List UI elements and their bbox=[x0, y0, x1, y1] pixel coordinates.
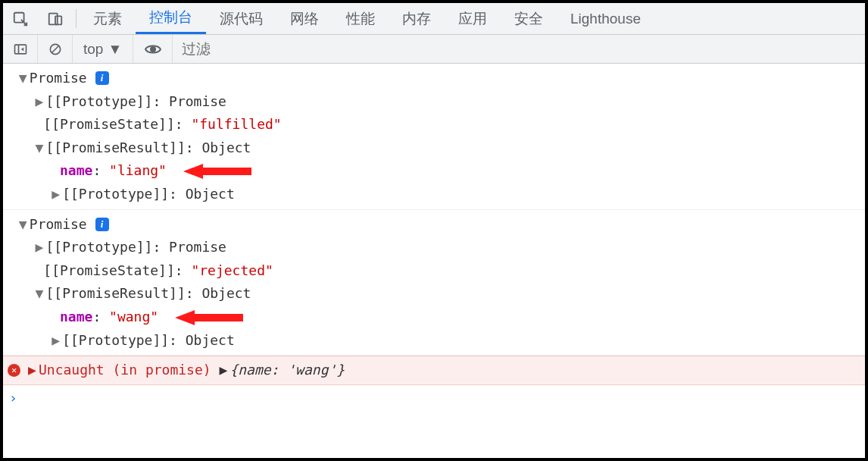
internal-slot-value: Object bbox=[186, 332, 235, 348]
device-mode-icon[interactable] bbox=[38, 3, 73, 34]
tab-security[interactable]: 安全 bbox=[501, 3, 557, 34]
expand-down-icon[interactable]: ▼ bbox=[19, 213, 30, 237]
internal-slot-label: [[Prototype]] bbox=[62, 332, 169, 348]
console-prompt[interactable]: › bbox=[3, 385, 865, 412]
svg-rect-2 bbox=[55, 16, 61, 24]
expand-down-icon[interactable]: ▼ bbox=[36, 136, 46, 160]
prompt-chevron-icon: › bbox=[9, 390, 17, 406]
svg-marker-7 bbox=[183, 164, 251, 179]
internal-slot-value: Object bbox=[186, 186, 235, 202]
internal-slot-label: [[Prototype]] bbox=[46, 239, 153, 255]
console-toolbar: top ▼ bbox=[3, 35, 865, 64]
expand-right-icon[interactable]: ▶ bbox=[52, 183, 62, 206]
tab-sources[interactable]: 源代码 bbox=[206, 3, 276, 34]
object-header: Promise bbox=[30, 70, 87, 86]
devtools-tabs: 元素 控制台 源代码 网络 性能 内存 应用 安全 Lighthouse bbox=[3, 3, 865, 35]
expand-right-icon[interactable]: ▶ bbox=[52, 329, 62, 353]
internal-slot-value: Promise bbox=[169, 239, 226, 255]
internal-slot-value: Object bbox=[201, 285, 251, 301]
console-output: ▼Promise i ▶[[Prototype]]: Promise [[Pro… bbox=[3, 64, 865, 411]
internal-slot-value: "rejected" bbox=[191, 262, 273, 278]
svg-rect-1 bbox=[49, 13, 58, 24]
internal-slot-label: [[Prototype]] bbox=[62, 186, 169, 202]
expand-right-icon[interactable]: ▶ bbox=[219, 359, 229, 382]
svg-rect-3 bbox=[14, 45, 26, 54]
property-value: "wang" bbox=[109, 309, 158, 325]
object-header: Promise bbox=[30, 216, 87, 232]
annotation-arrow-icon bbox=[175, 309, 243, 326]
internal-slot-value: "fulfilled" bbox=[191, 116, 281, 132]
tab-memory[interactable]: 内存 bbox=[389, 3, 445, 34]
expand-right-icon[interactable]: ▶ bbox=[36, 236, 46, 259]
svg-marker-8 bbox=[175, 310, 243, 325]
property-key: name bbox=[60, 162, 92, 178]
console-sidebar-toggle-icon[interactable] bbox=[3, 35, 38, 63]
live-expression-icon[interactable] bbox=[133, 35, 173, 63]
inspect-icon[interactable] bbox=[3, 3, 38, 34]
filter-input[interactable] bbox=[173, 35, 865, 63]
property-value: "liang" bbox=[109, 162, 167, 178]
annotation-arrow-icon bbox=[183, 163, 251, 180]
internal-slot-label: [[PromiseResult]] bbox=[46, 285, 186, 301]
chevron-down-icon: ▼ bbox=[108, 41, 122, 58]
error-object-preview: {name: 'wang'} bbox=[229, 362, 345, 378]
tab-console[interactable]: 控制台 bbox=[136, 3, 206, 34]
internal-slot-value: Promise bbox=[169, 93, 226, 109]
info-icon[interactable]: i bbox=[95, 71, 109, 85]
tab-performance[interactable]: 性能 bbox=[333, 3, 389, 34]
tab-elements[interactable]: 元素 bbox=[80, 3, 136, 34]
console-entry[interactable]: ▼Promise i ▶[[Prototype]]: Promise [[Pro… bbox=[3, 210, 865, 356]
expand-right-icon[interactable]: ▶ bbox=[28, 359, 39, 382]
expand-down-icon[interactable]: ▼ bbox=[36, 282, 46, 306]
internal-slot-value: Object bbox=[201, 140, 251, 155]
filter-input-wrapper bbox=[173, 35, 865, 63]
internal-slot-label: [[Prototype]] bbox=[46, 93, 153, 109]
property-key: name bbox=[60, 309, 92, 325]
console-entry[interactable]: ▼Promise i ▶[[Prototype]]: Promise [[Pro… bbox=[3, 64, 865, 210]
tab-network[interactable]: 网络 bbox=[276, 3, 333, 34]
expand-right-icon[interactable]: ▶ bbox=[36, 90, 46, 114]
expand-down-icon[interactable]: ▼ bbox=[19, 67, 30, 90]
internal-slot-label: [[PromiseState]] bbox=[43, 262, 174, 278]
svg-point-6 bbox=[151, 47, 155, 52]
error-message: Uncaught (in promise) bbox=[39, 362, 211, 378]
info-icon[interactable]: i bbox=[95, 218, 109, 231]
internal-slot-label: [[PromiseResult]] bbox=[46, 140, 186, 155]
clear-console-icon[interactable] bbox=[38, 35, 73, 63]
svg-line-5 bbox=[52, 45, 59, 53]
context-selector[interactable]: top ▼ bbox=[73, 35, 133, 63]
tab-lighthouse[interactable]: Lighthouse bbox=[557, 3, 654, 34]
tab-application[interactable]: 应用 bbox=[445, 3, 501, 34]
error-icon: ✕ bbox=[8, 364, 20, 377]
console-error[interactable]: ✕ ▶Uncaught (in promise) ▶{name: 'wang'} bbox=[3, 356, 865, 385]
context-label: top bbox=[83, 41, 103, 58]
internal-slot-label: [[PromiseState]] bbox=[43, 116, 174, 132]
